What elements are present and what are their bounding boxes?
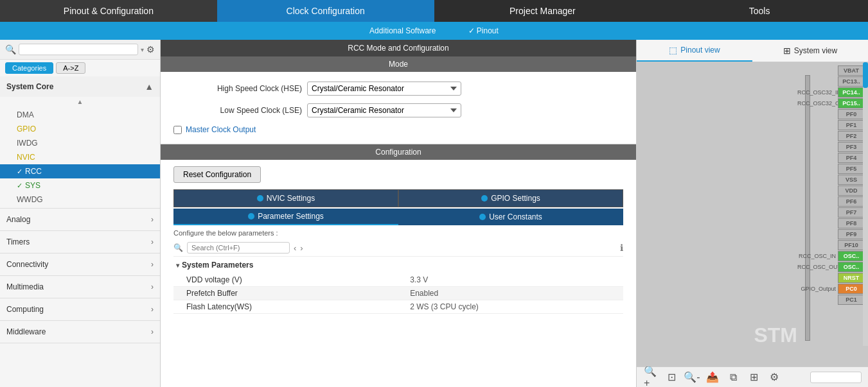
nav-pinout[interactable]: Pinout & Configuration bbox=[0, 0, 217, 22]
hse-select[interactable]: Crystal/Ceramic Resonator bbox=[307, 82, 461, 96]
wwdg-label: WWDG bbox=[17, 195, 43, 204]
sidebar-item-nvic[interactable]: NVIC bbox=[0, 150, 160, 164]
nvic-settings-tab[interactable]: NVIC Settings bbox=[173, 189, 398, 207]
search-next-icon[interactable]: › bbox=[300, 243, 303, 253]
sidebar-tab-az[interactable]: A->Z bbox=[56, 62, 85, 74]
master-clock-checkbox[interactable] bbox=[173, 126, 182, 134]
param-search-input[interactable] bbox=[187, 242, 290, 254]
sidebar-item-wwdg[interactable]: WWDG bbox=[0, 193, 160, 207]
pin-box-pc13[interactable]: PC13.. bbox=[838, 76, 865, 87]
right-panel-tabs: ⬚ Pinout view ⊞ System view bbox=[637, 40, 868, 62]
pin-box-pf8[interactable]: PF8 bbox=[838, 218, 865, 228]
sidebar-section-timers-header[interactable]: Timers › bbox=[0, 231, 160, 253]
pin-box-vss[interactable]: VSS bbox=[838, 175, 865, 185]
list-item: VBAT bbox=[810, 65, 865, 76]
pin-box-pf2[interactable]: PF2 bbox=[838, 131, 865, 141]
pin-box-vbat[interactable]: VBAT bbox=[838, 65, 865, 76]
sidebar-items-system-core: DMA GPIO IWDG NVIC ✓ RCC ✓ SYS bbox=[0, 107, 160, 208]
list-item: PF6 bbox=[810, 196, 865, 207]
sidebar-section-middleware-header[interactable]: Middleware › bbox=[0, 321, 160, 343]
gpio-dot-icon bbox=[481, 195, 488, 202]
sidebar-search-input[interactable] bbox=[19, 44, 138, 55]
system-view-tab[interactable]: ⊞ System view bbox=[752, 40, 868, 62]
sidebar-section-system-core-header[interactable]: System Core ▲ bbox=[0, 76, 160, 97]
pin-box-pf0[interactable]: PF0 bbox=[838, 109, 865, 119]
lse-select[interactable]: Crystal/Ceramic Resonator bbox=[307, 103, 461, 117]
gpio-settings-tab[interactable]: GPIO Settings bbox=[398, 189, 623, 207]
pinout-scrollbar-thumb[interactable] bbox=[863, 62, 868, 88]
sidebar-section-analog-header[interactable]: Analog › bbox=[0, 209, 160, 230]
pinout-view-tab[interactable]: ⬚ Pinout view bbox=[637, 40, 752, 62]
fit-screen-button[interactable]: ⊡ bbox=[664, 370, 679, 385]
top-navigation: Pinout & Configuration Clock Configurati… bbox=[0, 0, 868, 22]
reset-config-button[interactable]: Reset Configuration bbox=[173, 166, 261, 183]
pin-box-pc15[interactable]: PC15.. bbox=[838, 98, 865, 108]
param-tabs: Parameter Settings User Constants bbox=[173, 209, 623, 225]
pinout-search-input[interactable] bbox=[810, 372, 862, 383]
pin-box-pc1[interactable]: PC1 bbox=[838, 295, 865, 305]
collapse-arrow-icon[interactable]: ▲ bbox=[77, 98, 84, 105]
param-value-vdd: 3.3 V bbox=[405, 273, 623, 287]
pin-box-pf5[interactable]: PF5 bbox=[838, 164, 865, 174]
pin-box-pf9[interactable]: PF9 bbox=[838, 229, 865, 239]
chip-body bbox=[805, 75, 810, 341]
parameter-settings-tab[interactable]: Parameter Settings bbox=[173, 209, 398, 225]
pin-box-pf7[interactable]: PF7 bbox=[838, 207, 865, 218]
system-params-header[interactable]: ▾ System Parameters bbox=[173, 257, 623, 273]
nav-clock[interactable]: Clock Configuration bbox=[217, 0, 434, 22]
sidebar-section-analog: Analog › bbox=[0, 209, 160, 231]
chevron-right-icon: › bbox=[151, 282, 154, 291]
pin-box-osc-out[interactable]: OSC.. bbox=[838, 262, 865, 272]
hse-row: High Speed Clock (HSE) Crystal/Ceramic R… bbox=[173, 82, 623, 96]
sidebar-item-iwdg[interactable]: IWDG bbox=[0, 136, 160, 150]
sidebar-item-rcc[interactable]: ✓ RCC bbox=[0, 164, 160, 178]
nav-project[interactable]: Project Manager bbox=[434, 0, 651, 22]
info-icon[interactable]: ℹ bbox=[620, 243, 623, 253]
layers-button[interactable]: ⧉ bbox=[725, 370, 741, 385]
pin-box-pf6[interactable]: PF6 bbox=[838, 196, 865, 207]
sidebar-section-connectivity-header[interactable]: Connectivity › bbox=[0, 254, 160, 275]
grid-button[interactable]: ⊞ bbox=[746, 370, 761, 385]
master-clock-label: Master Clock Output bbox=[186, 125, 256, 134]
settings-button[interactable]: ⚙ bbox=[766, 370, 782, 385]
chevron-right-icon: › bbox=[151, 215, 154, 224]
zoom-in-button[interactable]: 🔍+ bbox=[643, 370, 659, 385]
pin-box-pc14[interactable]: PC14.. bbox=[838, 87, 865, 98]
pin-box-pf1[interactable]: PF1 bbox=[838, 120, 865, 130]
pinout-view-label: Pinout view bbox=[680, 46, 720, 55]
sidebar: 🔍 ▾ ⚙ Categories A->Z System Core ▲ ▲ DM… bbox=[0, 40, 161, 387]
secondary-nav-software[interactable]: Additional Software bbox=[363, 26, 442, 35]
pin-label-rcc32-out: RCC_OSC32_OUT bbox=[797, 100, 836, 107]
param-search-row: 🔍 ‹ › ℹ bbox=[173, 239, 623, 257]
sidebar-tab-categories[interactable]: Categories bbox=[5, 62, 53, 74]
search-prev-icon[interactable]: ‹ bbox=[294, 243, 296, 253]
pin-box-vdd[interactable]: VDD bbox=[838, 185, 865, 196]
sidebar-section-multimedia-header[interactable]: Multimedia › bbox=[0, 276, 160, 298]
system-view-label: System view bbox=[794, 46, 837, 55]
pin-box-pc0[interactable]: PC0 bbox=[838, 284, 865, 294]
nav-tools[interactable]: Tools bbox=[651, 0, 868, 22]
gear-icon[interactable]: ⚙ bbox=[146, 44, 155, 55]
main-layout: 🔍 ▾ ⚙ Categories A->Z System Core ▲ ▲ DM… bbox=[0, 40, 868, 387]
timers-label: Timers bbox=[6, 237, 30, 246]
secondary-nav-pinout[interactable]: ✓ Pinout bbox=[462, 26, 505, 35]
pin-box-pf10[interactable]: PF10 bbox=[838, 240, 865, 250]
export-button[interactable]: 📤 bbox=[705, 370, 720, 385]
sidebar-section-computing-header[interactable]: Computing › bbox=[0, 298, 160, 320]
pin-box-pf4[interactable]: PF4 bbox=[838, 153, 865, 163]
configure-text: Configure the below parameters : bbox=[173, 225, 623, 239]
sidebar-item-sys[interactable]: ✓ SYS bbox=[0, 178, 160, 193]
sidebar-item-gpio[interactable]: GPIO bbox=[0, 122, 160, 136]
sidebar-section-system-core-label: System Core bbox=[6, 82, 53, 91]
user-constants-tab[interactable]: User Constants bbox=[398, 209, 623, 225]
dma-label: DMA bbox=[17, 110, 34, 119]
sidebar-dropdown-icon[interactable]: ▾ bbox=[141, 46, 144, 53]
list-item: PF0 bbox=[810, 109, 865, 119]
pin-box-osc-in[interactable]: OSC.. bbox=[838, 251, 865, 261]
zoom-out-button[interactable]: 🔍- bbox=[684, 370, 700, 385]
stm-logo: STM bbox=[754, 323, 797, 347]
param-search-icon: 🔍 bbox=[173, 243, 183, 252]
sidebar-item-dma[interactable]: DMA bbox=[0, 108, 160, 122]
pin-box-nrst[interactable]: NRST bbox=[838, 273, 865, 283]
pin-box-pf3[interactable]: PF3 bbox=[838, 142, 865, 152]
